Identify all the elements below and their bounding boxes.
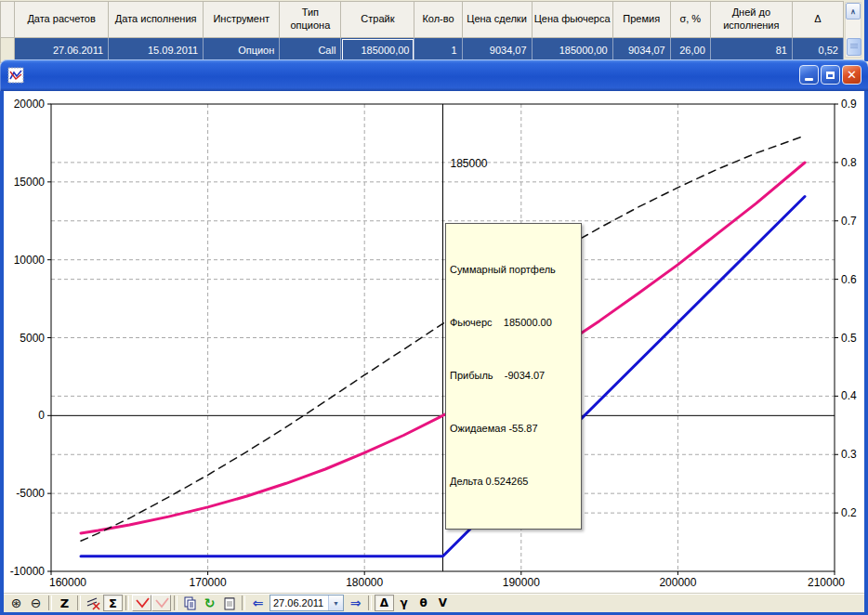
zoom-mode-button[interactable]: Z	[55, 595, 74, 611]
column-header-strike[interactable]: Страйк	[341, 2, 414, 38]
notepad-icon	[223, 596, 236, 610]
red-check-icon	[135, 596, 150, 609]
y-right-tick-label: 0.9	[841, 98, 857, 111]
toolbar-separator	[48, 595, 52, 610]
y-right-tick-label: 0.2	[841, 506, 857, 519]
y-right-tick-label: 0.6	[841, 273, 857, 286]
tooltip-futures: Фьючерс 185000.00	[450, 314, 577, 332]
y-left-tick-label: -10000	[10, 565, 46, 578]
chevron-down-icon[interactable]: ▼	[328, 595, 343, 610]
column-header-quantity[interactable]: Кол-во	[414, 2, 462, 38]
prev-date-button[interactable]: ⇐	[248, 595, 268, 611]
y-left-tick-label: 0	[38, 409, 45, 422]
hide-series-icon	[86, 596, 100, 610]
hide-series-button[interactable]	[84, 595, 103, 611]
next-date-button[interactable]: ⇒	[346, 595, 365, 611]
grid-header-row: Дата расчетов Дата исполнения Инструмент…	[1, 2, 844, 38]
tooltip-expected: Ожидаемая -55.87	[450, 420, 577, 438]
y-right-tick-label: 0.7	[841, 215, 857, 228]
close-button[interactable]: ✕	[842, 65, 861, 85]
delta-button[interactable]: Δ	[375, 595, 394, 611]
y-left-tick-label: 15000	[14, 176, 46, 189]
x-axis-tick-label: 160000	[49, 576, 86, 589]
tooltip-profit: Прибыль -9034.07	[450, 367, 577, 385]
close-icon: ✕	[847, 69, 857, 81]
maximize-icon	[826, 72, 835, 79]
y-left-tick-label: -5000	[16, 487, 45, 500]
tooltip-delta: Дельта 0.524265	[450, 473, 577, 491]
y-right-tick-label: 0.3	[841, 448, 857, 461]
notes-button[interactable]	[219, 595, 239, 611]
theta-button[interactable]: θ	[414, 595, 433, 611]
copy-button[interactable]	[180, 595, 200, 611]
scrollbar-thumb[interactable]	[847, 38, 861, 56]
chart-tooltip: Суммарный портфель Фьючерс 185000.00 При…	[445, 223, 582, 530]
chart-window: ✕ 20000150001000050000-5000-100000.90.80…	[0, 59, 868, 615]
y-left-tick-label: 10000	[14, 254, 46, 267]
date-combobox[interactable]: 27.06.2011 ▼	[270, 595, 344, 611]
chart-window-icon	[7, 67, 24, 84]
grid-vertical-scrollbar[interactable]: ∧	[845, 2, 861, 58]
column-header-option-type[interactable]: Тип опциона	[280, 2, 341, 38]
parent-window-border	[864, 0, 868, 61]
zoom-in-button[interactable]: ⊛	[7, 595, 26, 611]
red-check-light-icon	[154, 596, 169, 609]
minimize-button[interactable]	[799, 65, 819, 85]
minimize-icon	[805, 78, 813, 81]
toolbar-separator	[242, 595, 245, 610]
y-left-tick-label: 5000	[20, 332, 45, 345]
toolbar-separator	[368, 595, 372, 610]
column-header-expiry-date[interactable]: Дата исполнения	[109, 2, 204, 38]
show-curve-1-button[interactable]	[132, 595, 151, 611]
y-right-tick-label: 0.4	[841, 389, 857, 402]
column-header-delta[interactable]: Δ	[792, 2, 843, 38]
column-header-settlement-date[interactable]: Дата расчетов	[15, 2, 109, 38]
chart-window-body: 20000150001000050000-5000-100000.90.80.7…	[0, 91, 868, 615]
refresh-button[interactable]: ↻	[200, 595, 219, 611]
toolbar-separator	[125, 595, 129, 610]
maximize-button[interactable]	[821, 65, 840, 85]
column-header-sigma[interactable]: σ, %	[670, 2, 710, 38]
date-combobox-value[interactable]: 27.06.2011	[270, 595, 328, 610]
x-axis-tick-label: 210000	[808, 576, 845, 589]
chart-toolbar: ⊛ ⊖ Z Σ	[4, 593, 864, 612]
y-right-tick-label: 0.5	[841, 332, 857, 345]
column-header-futures-price[interactable]: Цена фьючерса	[532, 2, 612, 38]
chart-window-titlebar[interactable]: ✕	[0, 59, 868, 91]
x-axis-tick-label: 200000	[659, 576, 696, 589]
show-curve-2-button[interactable]	[151, 595, 171, 611]
application-window: Дата расчетов Дата исполнения Инструмент…	[0, 0, 868, 615]
column-header-trade-price[interactable]: Цена сделки	[462, 2, 532, 38]
x-axis-tick-label: 170000	[190, 576, 227, 589]
sum-portfolio-button[interactable]: Σ	[103, 595, 123, 611]
copy-icon	[183, 596, 197, 610]
toolbar-separator	[77, 595, 81, 610]
strike-line-label: 185000	[451, 157, 488, 170]
vega-button[interactable]: V	[433, 595, 453, 611]
column-header-instrument[interactable]: Инструмент	[204, 2, 280, 38]
gamma-button[interactable]: γ	[394, 595, 414, 611]
zoom-out-button[interactable]: ⊖	[26, 595, 46, 611]
tooltip-title: Суммарный портфель	[450, 261, 577, 279]
x-axis-tick-label: 180000	[346, 576, 383, 589]
column-header-days-to-expiry[interactable]: Дней до исполнения	[710, 2, 792, 38]
toolbar-separator	[174, 595, 178, 610]
positions-grid: Дата расчетов Дата исполнения Инструмент…	[0, 1, 844, 63]
x-axis-tick-label: 190000	[503, 576, 540, 589]
row-selector-header	[1, 2, 15, 38]
y-left-tick-label: 20000	[14, 98, 46, 111]
scroll-up-icon[interactable]: ∧	[846, 3, 861, 20]
y-right-tick-label: 0.8	[841, 156, 857, 169]
column-header-premium[interactable]: Премия	[612, 2, 670, 38]
chart-canvas[interactable]: 20000150001000050000-5000-100000.90.80.7…	[4, 91, 864, 593]
